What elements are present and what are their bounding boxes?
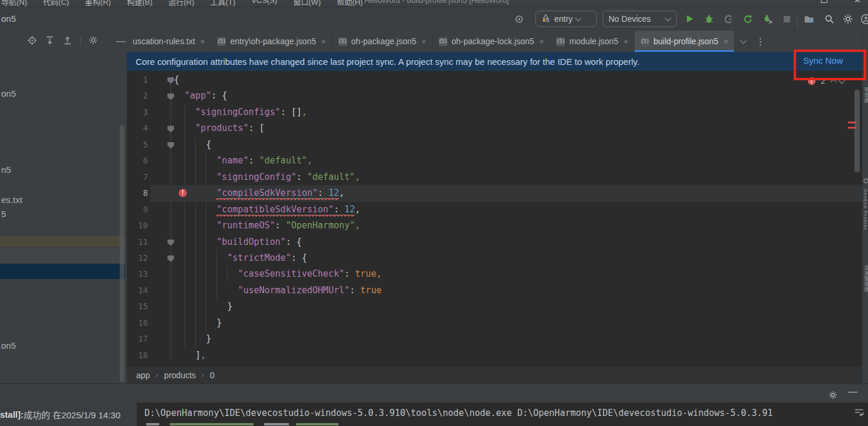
fold-expand-marker-icon[interactable] — [167, 240, 174, 246]
code-line[interactable]: 15 } — [127, 299, 862, 314]
tab-close-icon[interactable]: × — [422, 37, 426, 46]
ide-settings-target-icon[interactable] — [513, 13, 525, 25]
code-line[interactable]: 12 "strictMode": { — [127, 250, 862, 266]
fold-expand-marker-icon[interactable] — [167, 93, 174, 100]
project-panel-toolbar: — — [0, 31, 127, 52]
tree-item-fragment[interactable]: 5 — [1, 209, 6, 219]
tab-close-icon[interactable]: × — [200, 37, 205, 46]
error-stripe-mark[interactable] — [848, 122, 856, 123]
fold-expand-marker-icon[interactable] — [167, 126, 174, 132]
breadcrumb-item[interactable]: app — [136, 371, 150, 380]
code-line[interactable]: 11 "buildOption": { — [127, 234, 862, 250]
menu-item[interactable]: 帮助(H) — [337, 0, 363, 7]
tree-item-fragment[interactable]: on5 — [1, 89, 16, 99]
code-line[interactable]: 10 "runtimeOS": "OpenHarmony", — [127, 218, 862, 234]
menu-item[interactable]: 重构(R) — [85, 0, 111, 7]
editor-scrollbar[interactable] — [854, 90, 860, 172]
code-line[interactable]: 14 "useNormalizedOHMUrl": true — [127, 283, 862, 299]
code-editor[interactable]: 1{2 "app": {3 "signingConfigs": [],4 "pr… — [127, 72, 862, 367]
code-segment: { — [174, 74, 179, 85]
close-button[interactable]: ✕ — [854, 0, 861, 5]
code-line[interactable]: 18 ], — [127, 348, 862, 363]
code-line[interactable]: 16 } — [127, 315, 862, 331]
editor-tab[interactable]: {5}module.json5× — [550, 31, 634, 52]
editor-tab[interactable]: uscation-rules.txt× — [127, 31, 211, 52]
tree-row-highlight-olive[interactable] — [0, 236, 125, 247]
project-panel-scrollbar[interactable] — [120, 125, 124, 382]
panel-settings-gear-icon[interactable] — [88, 35, 98, 47]
previous-error-icon[interactable] — [830, 78, 837, 85]
rerun-button[interactable] — [742, 13, 754, 25]
editor-tab[interactable]: {5}build-profile.json5× — [634, 31, 734, 52]
menu-item[interactable]: 窗口(W) — [293, 0, 321, 7]
banner-message: Core configuration attributes have chang… — [127, 57, 639, 67]
tool-stripe-label[interactable]: 预览器 — [863, 87, 868, 103]
error-stripe-mark[interactable] — [848, 127, 856, 129]
minimize-panel-icon[interactable]: — — [848, 386, 857, 397]
menu-item[interactable]: 工具(T) — [211, 0, 236, 7]
account-avatar-icon[interactable] — [860, 13, 868, 25]
menu-item[interactable]: 代码(C) — [43, 0, 69, 7]
settings-gear-icon[interactable] — [842, 13, 854, 25]
menu-item[interactable]: 构建(B) — [127, 0, 152, 7]
code-line[interactable]: 13 "caseSensitiveCheck": true, — [127, 266, 862, 282]
code-line[interactable]: 8! "compileSdkVersion": 12, — [127, 185, 862, 201]
menu-item[interactable]: VCS(S) — [251, 0, 277, 7]
editor-tab[interactable]: {5}oh-package.json5× — [333, 31, 433, 52]
tab-close-icon[interactable]: × — [540, 37, 544, 46]
code-line[interactable]: 6 "name": "default", — [127, 153, 862, 169]
fold-expand-marker-icon[interactable] — [167, 255, 174, 262]
tab-close-icon[interactable]: × — [321, 37, 326, 46]
next-error-icon[interactable] — [839, 77, 845, 83]
breadcrumb-item[interactable]: 0 — [210, 371, 215, 380]
device-selector[interactable]: No Devices — [603, 11, 677, 27]
device-manager-icon[interactable] — [803, 13, 815, 25]
menu-item[interactable]: 导航(N) — [1, 0, 27, 7]
menu-item[interactable]: 运行(R) — [168, 0, 194, 7]
tab-close-icon[interactable]: × — [724, 37, 728, 46]
debug-button[interactable] — [703, 13, 715, 25]
fold-expand-marker-icon[interactable] — [167, 142, 174, 149]
fold-expand-marker-icon[interactable] — [167, 77, 174, 84]
code-segment: "strictMode" — [227, 253, 291, 263]
collapse-all-icon[interactable] — [63, 35, 73, 48]
tree-item-fragment[interactable]: n5 — [1, 165, 11, 175]
code-line[interactable]: 3 "signingConfigs": [], — [127, 104, 862, 120]
maximize-button[interactable] — [821, 0, 827, 3]
run-button[interactable] — [684, 13, 696, 25]
code-line[interactable]: 1{ — [127, 72, 862, 88]
soft-wrap-icon[interactable] — [854, 407, 864, 418]
tool-stripe-label[interactable]: DevEco Profiler — [863, 189, 868, 231]
line-number: 7 — [131, 169, 148, 185]
run-with-coverage-icon[interactable] — [722, 13, 734, 25]
tabs-kebab-menu-icon[interactable]: ⋮ — [756, 36, 765, 47]
run-panel-settings-gear-icon[interactable] — [827, 389, 839, 401]
code-line[interactable]: 17 } — [127, 331, 862, 347]
tool-stripe-label[interactable]: 资源管理器 — [863, 266, 868, 292]
tabs-dropdown-icon[interactable] — [740, 37, 747, 44]
run-process-item[interactable]: stall]: 成功的 在2025/1/9 14:30 — [0, 402, 137, 426]
search-everywhere-icon[interactable] — [823, 13, 835, 25]
code-line[interactable]: 2 "app": { — [127, 88, 862, 104]
editor-tab[interactable]: {5}oh-package-lock.json5× — [433, 31, 551, 52]
code-segment: : — [248, 155, 259, 166]
inspection-widget[interactable]: ! 2 — [808, 77, 845, 86]
tree-item-fragment[interactable]: es.txt — [1, 195, 22, 205]
code-line[interactable]: 7 "signingConfig": "default", — [127, 169, 862, 185]
tool-stripe-icon[interactable] — [863, 178, 868, 183]
code-line[interactable]: 4 "products": [ — [127, 120, 862, 136]
locate-file-icon[interactable] — [27, 35, 37, 48]
editor-tab[interactable]: {5}entry\oh-package.json5× — [211, 31, 332, 52]
tree-item-fragment[interactable]: on5 — [1, 340, 16, 350]
code-line[interactable]: 5 { — [127, 137, 862, 153]
module-selector[interactable]: entry — [535, 11, 597, 27]
hide-panel-icon[interactable]: — — [116, 36, 126, 47]
breadcrumb-item[interactable]: products — [164, 371, 196, 380]
sync-now-link[interactable]: Sync Now — [803, 55, 843, 65]
tab-close-icon[interactable]: × — [624, 37, 629, 46]
attach-debugger-icon[interactable] — [761, 13, 773, 25]
expand-all-icon[interactable] — [45, 35, 55, 48]
tree-row-highlight-gray[interactable] — [0, 248, 125, 263]
code-line[interactable]: 9 "compatibleSdkVersion": 12, — [127, 202, 862, 218]
tree-row-selected[interactable] — [0, 264, 125, 279]
